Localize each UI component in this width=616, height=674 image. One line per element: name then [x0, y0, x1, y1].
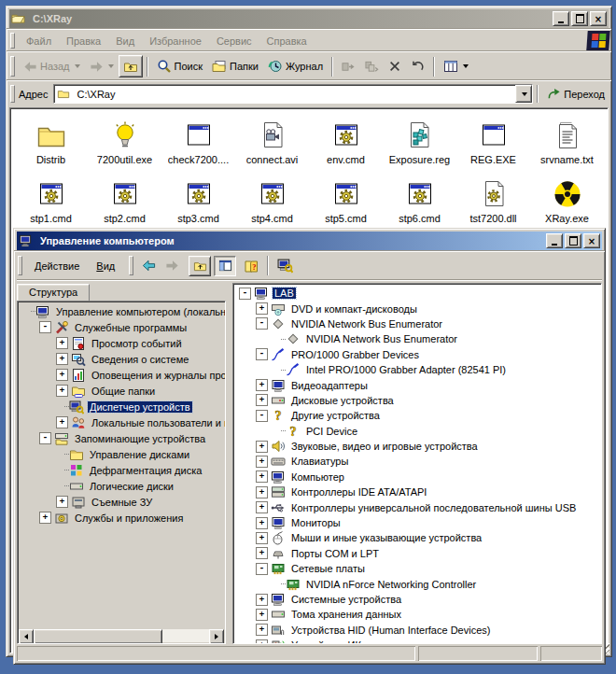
tree-item[interactable]: +Устройства ИК-связи: [235, 638, 601, 644]
menu-item[interactable]: Вид: [108, 34, 142, 49]
tree-item[interactable]: +Компьютер: [235, 470, 601, 484]
maximize-button[interactable]: [565, 233, 581, 248]
tree-item[interactable]: -NVIDIA Network Bus Enumerator: [235, 316, 601, 331]
file-item[interactable]: connect.avi: [235, 119, 309, 165]
tree-item[interactable]: NVIDIA nForce Networking Controller: [235, 576, 601, 591]
expand-icon[interactable]: +: [256, 594, 268, 606]
menu-item[interactable]: Действие: [26, 259, 88, 274]
tree-item[interactable]: Логические диски: [19, 478, 225, 494]
file-item[interactable]: stp5.cmd: [309, 178, 383, 224]
explorer-titlebar[interactable]: C:\XRay ×: [9, 9, 609, 28]
help-button[interactable]: ?: [239, 256, 263, 276]
tree-item[interactable]: -PRO/1000 Grabber Devices: [235, 347, 601, 362]
tree-item[interactable]: +Тома хранения данных: [235, 607, 601, 622]
file-item[interactable]: stp1.cmd: [14, 178, 88, 224]
tree-item[interactable]: +Просмотр событий: [19, 335, 225, 351]
close-button[interactable]: ×: [590, 11, 607, 26]
expand-icon[interactable]: +: [256, 517, 268, 529]
file-item[interactable]: REG.EXE: [456, 119, 530, 165]
collapse-icon[interactable]: -: [256, 348, 268, 360]
file-item[interactable]: XRay.exe: [530, 178, 604, 224]
expand-icon[interactable]: +: [56, 337, 68, 349]
collapse-icon[interactable]: -: [39, 432, 51, 444]
expand-icon[interactable]: +: [256, 547, 268, 559]
copy-to-button[interactable]: [360, 57, 384, 77]
toolbar-grip[interactable]: [10, 33, 15, 49]
menu-item[interactable]: Сервис: [209, 34, 259, 49]
expand-icon[interactable]: +: [56, 416, 68, 428]
tree-item[interactable]: +DVD и компакт-дисководы: [235, 301, 601, 316]
expand-icon[interactable]: +: [39, 512, 51, 524]
file-item[interactable]: Exposure.reg: [383, 119, 456, 165]
address-dropdown-button[interactable]: [515, 85, 532, 103]
folders-button[interactable]: Папки: [207, 56, 263, 77]
expand-icon[interactable]: +: [256, 470, 268, 483]
tree-item[interactable]: -LAB: [235, 286, 601, 301]
tree-item[interactable]: Intel PRO/1000 Grabber Adapter (82541 PI…: [235, 362, 601, 377]
tree-item[interactable]: Управление компьютером (локальным: [19, 303, 225, 319]
file-item[interactable]: stp4.cmd: [235, 178, 309, 224]
toolbar-grip[interactable]: [129, 256, 133, 275]
file-item[interactable]: srvname.txt: [530, 119, 604, 165]
back-button[interactable]: Назад: [19, 57, 85, 77]
tree-item[interactable]: +Контроллеры универсальной последователь…: [235, 499, 601, 514]
tree-item[interactable]: NVIDIA Network Bus Enumerator: [235, 331, 601, 346]
expand-icon[interactable]: +: [56, 496, 68, 508]
menu-item[interactable]: Избранное: [142, 34, 209, 49]
tree-item[interactable]: +Клавиатуры: [235, 454, 601, 469]
scrollbar-thumb[interactable]: [34, 629, 162, 644]
tree-item[interactable]: Диспетчер устройств: [19, 399, 225, 414]
collapse-icon[interactable]: -: [256, 410, 268, 422]
file-item[interactable]: stp2.cmd: [88, 178, 161, 224]
back-button[interactable]: [137, 256, 161, 275]
toolbar-grip[interactable]: [10, 56, 15, 77]
forward-button[interactable]: [161, 256, 184, 275]
up-button[interactable]: [189, 256, 211, 276]
pane-splitter[interactable]: [226, 283, 232, 644]
file-item[interactable]: env.cmd: [309, 119, 383, 165]
menu-item[interactable]: Правка: [59, 34, 108, 49]
undo-button[interactable]: [406, 57, 429, 77]
horizontal-scrollbar[interactable]: [19, 629, 224, 642]
menu-item[interactable]: Вид: [88, 259, 123, 274]
expand-icon[interactable]: +: [56, 369, 68, 381]
expand-icon[interactable]: +: [56, 385, 68, 397]
collapse-icon[interactable]: -: [239, 288, 251, 300]
tree-item[interactable]: -Сетевые платы: [235, 561, 601, 576]
tree-item[interactable]: -?Другие устройства: [235, 408, 601, 423]
expand-icon[interactable]: +: [256, 639, 268, 644]
tree-item[interactable]: +Порты COM и LPT: [235, 546, 601, 561]
tree-item[interactable]: +Локальные пользователи и гру: [19, 414, 225, 430]
move-to-button[interactable]: [337, 57, 360, 77]
tab-structure[interactable]: Структура: [17, 284, 90, 302]
expand-icon[interactable]: +: [256, 302, 268, 315]
tree-item[interactable]: +Устройства HID (Human Interface Devices…: [235, 623, 601, 638]
file-item[interactable]: Distrib: [14, 119, 88, 165]
management-titlebar[interactable]: Управление компьютером ×: [17, 232, 602, 250]
maximize-button[interactable]: [571, 11, 588, 26]
forward-button[interactable]: [85, 57, 119, 77]
close-button[interactable]: ×: [583, 233, 600, 248]
minimize-button[interactable]: [553, 11, 569, 26]
collapse-icon[interactable]: -: [256, 563, 268, 575]
file-item[interactable]: 7200util.exe: [88, 119, 161, 165]
search-button[interactable]: Поиск: [152, 56, 207, 77]
expand-icon[interactable]: +: [256, 624, 268, 636]
tree-item[interactable]: +Видеоадаптеры: [235, 377, 601, 392]
scroll-left-button[interactable]: [19, 629, 34, 644]
scroll-right-button[interactable]: [209, 629, 224, 644]
tree-item[interactable]: +Системные устройства: [235, 592, 601, 607]
collapse-icon[interactable]: -: [39, 321, 51, 333]
expand-icon[interactable]: +: [256, 379, 268, 391]
show-hide-tree-button[interactable]: [214, 256, 236, 276]
expand-icon[interactable]: +: [256, 456, 268, 468]
toolbar-grip[interactable]: [18, 256, 22, 275]
tree-item[interactable]: +Дисковые устройства: [235, 393, 601, 408]
toolbar-grip[interactable]: [10, 85, 15, 104]
tree-item[interactable]: +Мыши и иные указывающие устройства: [235, 530, 601, 545]
tree-item[interactable]: +Звуковые, видео и игровые устройства: [235, 439, 601, 454]
tree-item[interactable]: Дефрагментация диска: [19, 462, 225, 478]
file-item[interactable]: check7200....: [161, 119, 235, 165]
address-input[interactable]: C:\XRay: [53, 84, 534, 104]
device-manager-toolbar-button[interactable]: [273, 255, 298, 276]
